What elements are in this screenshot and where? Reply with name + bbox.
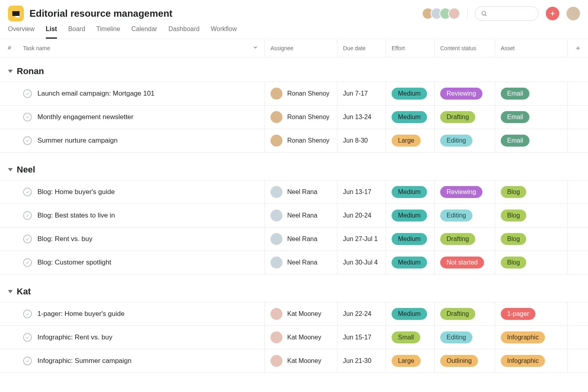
due-date[interactable]: Jun 22-24 xyxy=(343,310,371,318)
asset-pill[interactable]: Email xyxy=(501,88,529,100)
complete-checkbox[interactable] xyxy=(23,357,32,365)
section-header[interactable]: Kat xyxy=(0,281,588,302)
avatar[interactable] xyxy=(448,8,460,20)
due-date[interactable]: Jun 13-17 xyxy=(343,188,371,196)
due-date[interactable]: Jun 15-17 xyxy=(343,334,371,341)
assignee-avatar xyxy=(270,355,282,367)
task-row[interactable]: Monthly engagement newsletterRonan Sheno… xyxy=(0,105,588,129)
complete-checkbox[interactable] xyxy=(23,211,32,220)
effort-pill[interactable]: Large xyxy=(392,355,421,367)
assignee-cell[interactable]: Neel Rana xyxy=(270,257,318,269)
effort-pill[interactable]: Medium xyxy=(392,210,427,221)
task-row[interactable]: Launch email campaign: Mortgage 101Ronan… xyxy=(0,82,588,106)
due-date[interactable]: Jun 21-30 xyxy=(343,357,371,365)
asset-pill[interactable]: Blog xyxy=(501,186,526,198)
column-effort[interactable]: Effort xyxy=(386,39,434,57)
tab-workflow[interactable]: Workflow xyxy=(211,25,237,39)
due-date[interactable]: Jun 13-24 xyxy=(343,114,371,121)
assignee-cell[interactable]: Ronan Shenoy xyxy=(270,88,329,100)
status-pill[interactable]: Drafting xyxy=(440,233,475,245)
task-row[interactable]: 1-pager: Home buyer's guideKat MooneyJun… xyxy=(0,302,588,326)
tab-board[interactable]: Board xyxy=(68,25,85,39)
complete-checkbox[interactable] xyxy=(23,235,32,243)
tab-overview[interactable]: Overview xyxy=(8,25,35,39)
chevron-down-icon[interactable] xyxy=(253,45,258,51)
tab-calendar[interactable]: Calendar xyxy=(131,25,157,39)
complete-checkbox[interactable] xyxy=(23,89,32,98)
task-title: Launch email campaign: Mortgage 101 xyxy=(37,90,155,98)
member-avatars[interactable] xyxy=(425,8,460,20)
task-title: Blog: Best states to live in xyxy=(37,212,115,220)
assignee-cell[interactable]: Ronan Shenoy xyxy=(270,111,329,123)
column-date[interactable]: Due date xyxy=(337,39,386,57)
complete-checkbox[interactable] xyxy=(23,333,32,342)
status-pill[interactable]: Editing xyxy=(440,331,472,343)
tab-list[interactable]: List xyxy=(46,25,57,39)
task-row[interactable]: Infographic: Rent vs. buyKat MooneyJun 1… xyxy=(0,325,588,349)
column-assignee[interactable]: Assignee xyxy=(265,39,337,57)
assignee-cell[interactable]: Kat Mooney xyxy=(270,355,321,367)
effort-pill[interactable]: Medium xyxy=(392,257,427,269)
task-row[interactable]: Blog: Rent vs. buyNeel RanaJun 27-Jul 1M… xyxy=(0,227,588,251)
complete-checkbox[interactable] xyxy=(23,113,32,122)
status-pill[interactable]: Drafting xyxy=(440,111,475,123)
assignee-cell[interactable]: Kat Mooney xyxy=(270,308,321,320)
project-icon[interactable] xyxy=(8,6,24,22)
effort-pill[interactable]: Medium xyxy=(392,308,427,320)
due-date[interactable]: Jun 8-30 xyxy=(343,137,368,144)
assignee-cell[interactable]: Kat Mooney xyxy=(270,331,321,343)
asset-pill[interactable]: Email xyxy=(501,135,529,147)
column-asset[interactable]: Asset xyxy=(495,39,567,57)
status-pill[interactable]: Reviewing xyxy=(440,186,482,198)
effort-pill[interactable]: Large xyxy=(392,135,421,147)
asset-pill[interactable]: Blog xyxy=(501,233,526,245)
effort-pill[interactable]: Medium xyxy=(392,233,427,245)
asset-pill[interactable]: 1-pager xyxy=(501,308,535,320)
status-pill[interactable]: Not started xyxy=(440,257,484,269)
task-row[interactable]: Blog: Best states to live inNeel RanaJun… xyxy=(0,204,588,227)
asset-pill[interactable]: Infographic xyxy=(501,355,545,367)
asset-pill[interactable]: Blog xyxy=(501,210,526,221)
task-row[interactable]: Infographic: Summer campaignKat MooneyJu… xyxy=(0,349,588,373)
status-pill[interactable]: Editing xyxy=(440,135,472,147)
complete-checkbox[interactable] xyxy=(23,136,32,145)
status-pill[interactable]: Reviewing xyxy=(440,88,482,100)
status-pill[interactable]: Editing xyxy=(440,210,472,221)
task-row[interactable]: Blog: Customer spotlightNeel RanaJun 30-… xyxy=(0,251,588,274)
assignee-cell[interactable]: Neel Rana xyxy=(270,210,318,221)
asset-pill[interactable]: Blog xyxy=(501,257,526,269)
svg-point-0 xyxy=(482,12,486,15)
due-date[interactable]: Jun 7-17 xyxy=(343,90,368,97)
status-pill[interactable]: Outlining xyxy=(440,355,478,367)
empty-cell xyxy=(567,251,588,274)
due-date[interactable]: Jun 30-Jul 4 xyxy=(343,259,378,266)
assignee-cell[interactable]: Neel Rana xyxy=(270,233,318,245)
task-row[interactable]: Summer nurture campaignRonan ShenoyJun 8… xyxy=(0,129,588,153)
section-header[interactable]: Neel xyxy=(0,159,588,180)
section-header[interactable]: Ronan xyxy=(0,61,588,82)
tab-dashboard[interactable]: Dashboard xyxy=(169,25,200,39)
assignee-cell[interactable]: Neel Rana xyxy=(270,186,318,198)
column-status[interactable]: Content status xyxy=(434,39,495,57)
search-input[interactable] xyxy=(475,6,539,21)
complete-checkbox[interactable] xyxy=(23,310,32,318)
tab-timeline[interactable]: Timeline xyxy=(96,25,120,39)
asset-pill[interactable]: Email xyxy=(501,111,529,123)
due-date[interactable]: Jun 27-Jul 1 xyxy=(343,235,378,243)
asset-pill[interactable]: Infographic xyxy=(501,331,545,343)
status-pill[interactable]: Drafting xyxy=(440,308,475,320)
effort-pill[interactable]: Medium xyxy=(392,111,427,123)
effort-pill[interactable]: Medium xyxy=(392,88,427,100)
add-button[interactable] xyxy=(546,7,559,20)
effort-pill[interactable]: Medium xyxy=(392,186,427,198)
complete-checkbox[interactable] xyxy=(23,188,32,196)
task-row[interactable]: Blog: Home buyer's guideNeel RanaJun 13-… xyxy=(0,180,588,204)
effort-pill[interactable]: Small xyxy=(392,331,420,343)
complete-checkbox[interactable] xyxy=(23,258,32,267)
user-avatar[interactable] xyxy=(566,7,580,20)
due-date[interactable]: Jun 20-24 xyxy=(343,212,371,219)
add-column-button[interactable] xyxy=(567,39,588,57)
assignee-cell[interactable]: Ronan Shenoy xyxy=(270,135,329,147)
assignee-avatar xyxy=(270,233,282,245)
column-task[interactable]: Task name xyxy=(18,39,265,57)
